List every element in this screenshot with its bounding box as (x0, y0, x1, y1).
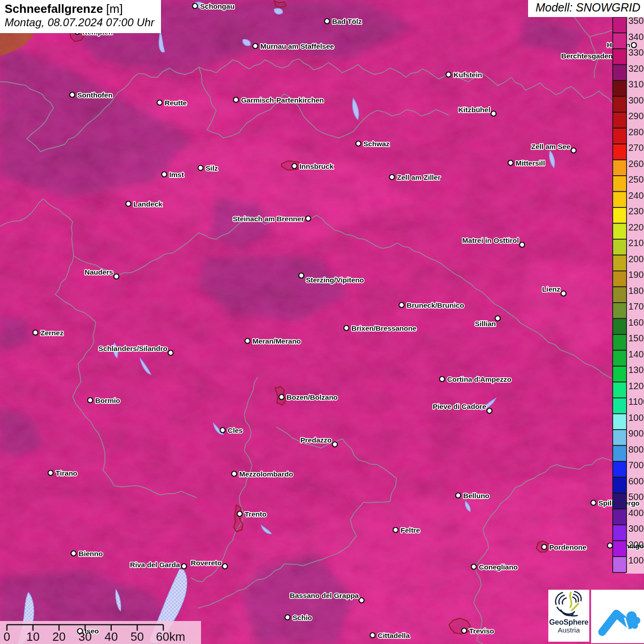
city-label: Trento (245, 510, 266, 518)
city-label: Sonthofen (77, 91, 113, 99)
city-label: Mittersill (516, 159, 545, 167)
city-label: Berchtesgaden (561, 52, 613, 60)
colorbar-tick-label: 2200 (628, 222, 644, 232)
colorbar-cell (613, 128, 627, 144)
colorbar-cell (613, 382, 627, 398)
colorbar-cell (613, 319, 627, 335)
city-label: Cles (228, 426, 243, 434)
colorbar-tick-label: 2400 (628, 190, 644, 201)
colorbar-cell (613, 541, 627, 557)
city-label: Bormio (95, 397, 120, 404)
city-label: Predazzo (300, 436, 332, 444)
city-dot (608, 543, 613, 548)
colorbar-cell (613, 239, 627, 255)
city-dot (198, 166, 203, 171)
colorbar-cell (613, 414, 627, 430)
colorbar-tick-label: 700 (628, 460, 644, 470)
colorbar-cell (613, 477, 627, 494)
city-label: Pordenone (549, 543, 586, 551)
colorbar-cell (613, 17, 627, 33)
colorbar-cell (613, 351, 627, 367)
city-dot (440, 377, 445, 382)
page-title: Schneefallgrenze[m] (5, 2, 155, 16)
city-dot (390, 175, 395, 180)
colorbar-tick-label: 100 (628, 555, 644, 565)
city-dot (356, 141, 361, 146)
city-dot (114, 274, 119, 279)
city-label: Brixen/Bressanone (351, 324, 417, 332)
city-label: Schlanders/Silandro (98, 345, 167, 352)
colorbar-tick-label: 200 (628, 540, 644, 550)
colorbar-tick-label: 800 (628, 444, 644, 454)
city-dot (508, 161, 513, 166)
city-dot (571, 148, 576, 153)
city-label: Sillian (475, 320, 496, 328)
colorbar-cell (613, 430, 627, 446)
colorbar-cell (613, 366, 627, 382)
colorbar-tick-label: 3500 (628, 16, 644, 26)
city-label: Garmisch-Partenkirchen (241, 96, 324, 104)
colorbar-tick-label: 2500 (628, 174, 644, 184)
scalebar-end-label: 60km (156, 630, 185, 644)
city-dot (253, 44, 258, 49)
colorbar-tick-label: 3200 (628, 63, 644, 74)
city-dot (220, 428, 225, 433)
city-label: Bad Tölz (332, 17, 362, 25)
city-dot (232, 472, 237, 477)
city-label: Feltre (401, 526, 420, 534)
geosphere-logo: GeoSphere Austria (548, 590, 589, 642)
city-label: Zernez (40, 329, 63, 337)
scalebar-tick-label: 40 (104, 630, 118, 644)
city-label: Schwaz (363, 140, 390, 148)
colorbar-tick-label: 2700 (628, 143, 644, 153)
map-datetime: Montag, 08.07.2024 07:00 Uhr (5, 16, 155, 29)
city-label: Kitzbühel (458, 106, 490, 114)
city-label: Lienz (542, 285, 560, 293)
colorbar-tick-label: 1000 (628, 413, 644, 423)
colorbar-tick-label: 2000 (628, 254, 644, 264)
colorbar-cell (613, 334, 627, 351)
city-label: Cittadella (378, 632, 410, 639)
city-dot (299, 273, 304, 278)
colorbar-cell (613, 33, 627, 49)
city-label: Mezzolombardo (239, 470, 293, 478)
city-dot (223, 564, 228, 569)
city-label: Conegliano (479, 563, 518, 571)
city-label: Riva del Garda (130, 561, 180, 569)
map-variable-unit: [m] (106, 2, 123, 16)
colorbar-cell (613, 192, 627, 208)
colorbar-cell (613, 224, 627, 240)
city-dot (285, 615, 290, 620)
city-label: Innsbruck (299, 162, 334, 170)
city-dot (182, 564, 187, 569)
city-label: Pieve di Cadore (433, 402, 487, 410)
colorbar-cell (613, 80, 627, 97)
colorbar-tick-label: 1100 (628, 397, 644, 407)
colorbar-tick-label: 2100 (628, 238, 644, 248)
map-canvas: SchongauBad TölzKemptenHalleinMurnau am … (0, 0, 644, 644)
city-label: Schongau (200, 2, 235, 10)
colorbar-cell (613, 398, 627, 414)
colorbar-tick-label: 2800 (628, 127, 644, 137)
colorbar-tick-label: 300 (628, 523, 644, 534)
city-dot (542, 545, 547, 550)
city-label: Landeck (133, 200, 162, 208)
city-label: Cortina d'Ampezzo (447, 375, 512, 383)
city-dot (561, 291, 566, 296)
city-dot (126, 201, 131, 207)
colorbar-tick-label: 2600 (628, 159, 644, 169)
colorbar-tick-label: 1200 (628, 381, 644, 391)
city-dot (48, 471, 53, 476)
colorbar-cell (613, 65, 627, 81)
city-label: Tirano (56, 469, 77, 477)
city-label: Silz (206, 164, 218, 172)
city-dot (237, 512, 242, 517)
city-dot (306, 216, 311, 221)
colorbar-cell (613, 144, 627, 160)
colorbar-tick-label: 1700 (628, 301, 644, 311)
colorbar-cell (613, 160, 627, 176)
colorbar-tick-label: 400 (628, 508, 644, 518)
colorbar-tick-label: 2300 (628, 206, 644, 216)
city-dot (456, 493, 461, 498)
city-label: Kufstein (454, 71, 482, 79)
